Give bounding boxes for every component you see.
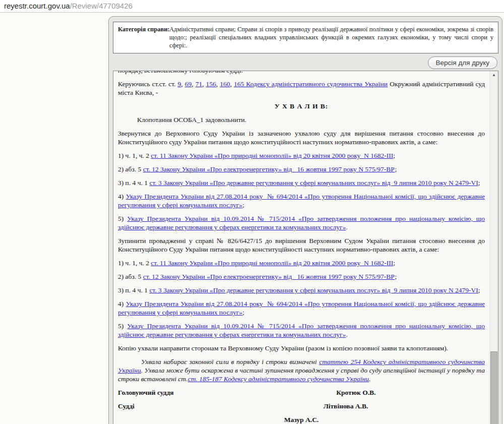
text-run: . [346, 223, 347, 231]
law-link[interactable]: 71 [196, 80, 203, 88]
text-run: 4) [118, 300, 126, 308]
signature-judges: СуддіЛітвінова А.В. [118, 402, 485, 410]
category-label: Категорія справи: [118, 25, 169, 49]
law-link[interactable]: 165 Кодексу адміністративного судочинств… [234, 80, 388, 88]
text-run: Копію ухвали направити сторонам та Верхо… [118, 344, 448, 352]
text-run: порядку, встановленому головуючим судді. [118, 71, 243, 74]
scrollbar-up-icon[interactable]: ▲ [490, 71, 498, 79]
ruling-heading: У Х В А Л И В: [118, 102, 485, 110]
law-link[interactable]: ст. 11 Закону України «Про природні моно… [151, 259, 393, 267]
text-run: 1) ч. 1, ч. 2 [118, 152, 151, 159]
text-run: У Х В А Л И В: [275, 102, 329, 110]
text-run: ; [478, 179, 480, 187]
law-link[interactable]: ст. 3 Закону України «Про державне регул… [149, 179, 478, 187]
law-link[interactable]: 69 [185, 80, 192, 88]
paragraph-suspend-proceedings: Зупинити провадженні у справі № 826/6427… [118, 236, 485, 254]
list-item-1: 1) ч. 1, ч. 2 ст. 11 Закону України «Про… [118, 151, 485, 160]
list-item-2: 2) абз. 5 ст. 12 Закону України «Про еле… [118, 165, 485, 173]
law-link[interactable]: ст. 11 Закону України «Про природні моно… [151, 152, 393, 159]
category-text: Адміністративні справи; Справи зі спорів… [169, 25, 493, 49]
text-run: 4) [118, 193, 126, 200]
signature-judge-mazur: Мазур А.С. [118, 415, 485, 424]
paragraph-legal-force: Ухвала набирає законної сили в порядку і… [118, 357, 485, 383]
text-run: ; [393, 259, 395, 267]
clipped-line: порядку, встановленому головуючим судді. [118, 71, 485, 75]
text-run: . [369, 375, 370, 383]
list-item-4-repeat: 4) Указу Президента України від 27.08.20… [118, 299, 485, 317]
law-link[interactable]: Указу Президента України від 10.09.2014 … [118, 322, 485, 338]
text-run: Звернутися до Верховного Суду України із… [118, 130, 485, 146]
list-item-4: 4) Указу Президента України від 27.08.20… [118, 192, 485, 209]
signature-role-label: Головуючий суддя [118, 389, 174, 396]
toolbar-row: Версія для друку [113, 53, 498, 71]
print-version-button[interactable]: Версія для друку [428, 56, 497, 69]
law-link[interactable]: Указу Президента України від 27.08.2014 … [118, 193, 485, 209]
url-bar[interactable]: reyestr.court.gov.ua/Review/47709426 [0, 0, 504, 13]
paragraph-motion: Клопотання ОСОБА_1 задовольнити. [118, 115, 485, 124]
signature-judge-name: Кротюк О.В. [336, 388, 375, 397]
decision-panel: Категорія справи: Адміністративні справи… [108, 16, 502, 424]
text-run: Мазур А.С. [284, 416, 319, 423]
scrollbar[interactable]: ▲ [489, 71, 498, 424]
url-domain: reyestr.court.gov.ua [4, 2, 70, 10]
list-item-3: 3) п. 4 ч. 1 ст. 3 Закону України «Про д… [118, 178, 485, 187]
text-run: Керуючись ст.ст. ст. [118, 80, 178, 88]
scrollbar-thumb[interactable] [490, 351, 497, 424]
list-item-3-repeat: 3) п. 4 ч. 1 ст. 3 Закону України «Про д… [118, 286, 485, 294]
list-item-2-repeat: 2) абз. 5 ст. 12 Закону України «Про еле… [118, 272, 485, 281]
text-run: ; [478, 286, 480, 294]
clipped-text: порядку, встановленому головуючим судді. [118, 71, 485, 75]
text-run: 2) абз. 5 [118, 273, 143, 280]
law-link[interactable]: ст. 12 Закону України «Про електроенерге… [143, 273, 395, 280]
list-item-1-repeat: 1) ч. 1, ч. 2 ст. 11 Закону України «Про… [118, 259, 485, 267]
law-link[interactable]: Указу Президента України від 27.08.2014 … [118, 300, 485, 316]
law-link[interactable]: 160 [220, 80, 230, 88]
text-run: ; [395, 273, 397, 280]
text-run: ; [242, 201, 244, 209]
text-run: 2) абз. 5 [118, 165, 143, 173]
law-link[interactable]: 156 [206, 80, 216, 88]
text-run: . [346, 331, 347, 338]
text-run: Ухвала набирає законної сили в порядку і… [141, 358, 319, 366]
law-link[interactable]: ст. 185-187 Кодексу адміністративного су… [188, 375, 369, 383]
text-run: , [181, 80, 184, 88]
list-item-5: 5) Указу Президента України від 10.09.20… [118, 214, 485, 231]
document-area: порядку, встановленому головуючим судді.… [113, 71, 498, 424]
paragraph-copy-delivery: Копію ухвали направити сторонам та Верхо… [118, 344, 485, 352]
text-run: 5) [118, 215, 127, 222]
text-run: ; [242, 309, 244, 316]
text-run: , [192, 80, 195, 88]
signature-role-label: Судді [118, 402, 135, 410]
document-content: порядку, встановленому головуючим судді.… [118, 71, 485, 424]
text-run: 5) [118, 322, 127, 330]
text-run: Зупинити провадженні у справі № 826/6427… [118, 237, 485, 253]
text-run: 1) ч. 1, ч. 2 [118, 259, 151, 267]
text-run: ; [393, 152, 395, 159]
url-path: /Review/47709426 [70, 2, 133, 10]
text-run: , [202, 80, 206, 88]
category-box: Категорія справи: Адміністративні справи… [113, 22, 498, 53]
paragraph-appeal-supreme-court: Звернутися до Верховного Суду України із… [118, 129, 485, 146]
text-run: ; [395, 165, 397, 173]
text-run: Клопотання ОСОБА_1 задовольнити. [137, 116, 246, 124]
law-link[interactable]: ст. 12 Закону України «Про електроенерге… [143, 165, 395, 173]
signature-presiding-judge: Головуючий суддяКротюк О.В. [118, 388, 485, 397]
text-run: 3) п. 4 ч. 1 [118, 179, 149, 187]
law-link[interactable]: Указу Президента України від 10.09.2014 … [118, 215, 485, 231]
text-run: , [230, 80, 234, 88]
law-link[interactable]: ст. 3 Закону України «Про державне регул… [149, 286, 478, 294]
list-item-5-repeat: 5) Указу Президента України від 10.09.20… [118, 322, 485, 339]
paragraph-legal-basis: Керуючись ст.ст. ст. 9, 69, 71, 156, 160… [118, 80, 485, 97]
signature-judge-name: Літвінова А.В. [324, 402, 368, 410]
text-run: 3) п. 4 ч. 1 [118, 286, 149, 294]
